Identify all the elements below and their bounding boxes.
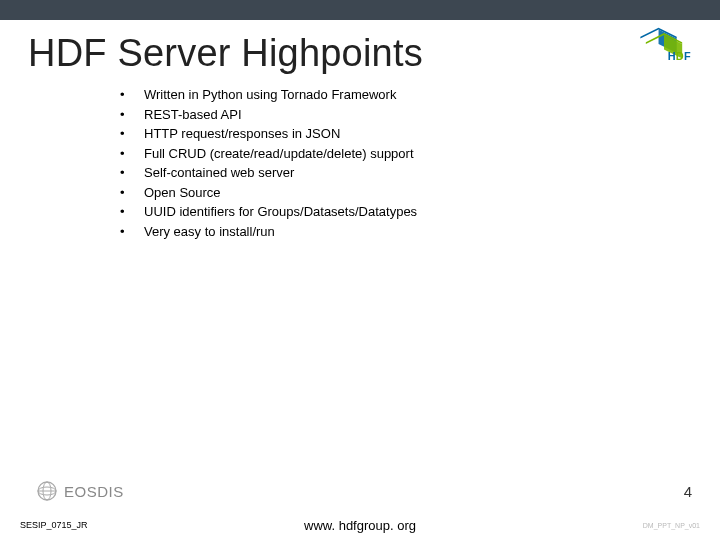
eosdis-label: EOSDIS xyxy=(64,483,124,500)
bullet-icon: • xyxy=(120,144,144,164)
list-item: •Self-contained web server xyxy=(120,163,720,183)
list-item-text: Written in Python using Tornado Framewor… xyxy=(144,85,396,105)
svg-text:F: F xyxy=(684,50,691,62)
list-item-text: Open Source xyxy=(144,183,221,203)
page-title: HDF Server Highpoints xyxy=(28,32,423,75)
dm-ref: DM_PPT_NP_v01 xyxy=(643,522,700,529)
sesip-code: SESIP_0715_JR xyxy=(20,520,88,530)
list-item-text: Full CRUD (create/read/update/delete) su… xyxy=(144,144,414,164)
bullet-list: •Written in Python using Tornado Framewo… xyxy=(120,85,720,241)
list-item: •UUID identifiers for Groups/Datasets/Da… xyxy=(120,202,720,222)
bullet-icon: • xyxy=(120,85,144,105)
list-item-text: REST-based API xyxy=(144,105,242,125)
list-item-text: Self-contained web server xyxy=(144,163,294,183)
page-number: 4 xyxy=(684,483,692,500)
bullet-icon: • xyxy=(120,163,144,183)
list-item-text: UUID identifiers for Groups/Datasets/Dat… xyxy=(144,202,417,222)
content-area: •Written in Python using Tornado Framewo… xyxy=(0,75,720,241)
header-row: HDF Server Highpoints H D F xyxy=(0,20,720,75)
list-item: •Very easy to install/run xyxy=(120,222,720,242)
website-url: www. hdfgroup. org xyxy=(304,518,416,533)
bullet-icon: • xyxy=(120,183,144,203)
slide: HDF Server Highpoints H D F •Written in … xyxy=(0,0,720,540)
list-item: •Open Source xyxy=(120,183,720,203)
list-item: •Written in Python using Tornado Framewo… xyxy=(120,85,720,105)
footer-row: EOSDIS 4 xyxy=(0,480,720,502)
bullet-icon: • xyxy=(120,202,144,222)
top-bar xyxy=(0,0,720,20)
list-item-text: HTTP request/responses in JSON xyxy=(144,124,340,144)
bottom-row: SESIP_0715_JR www. hdfgroup. org DM_PPT_… xyxy=(0,520,720,530)
svg-text:H: H xyxy=(668,50,676,62)
list-item: •REST-based API xyxy=(120,105,720,125)
list-item: •Full CRUD (create/read/update/delete) s… xyxy=(120,144,720,164)
eosdis-logo: EOSDIS xyxy=(36,480,124,502)
list-item: •HTTP request/responses in JSON xyxy=(120,124,720,144)
bullet-icon: • xyxy=(120,105,144,125)
list-item-text: Very easy to install/run xyxy=(144,222,275,242)
bullet-icon: • xyxy=(120,222,144,242)
globe-icon xyxy=(36,480,58,502)
bullet-icon: • xyxy=(120,124,144,144)
svg-text:D: D xyxy=(676,50,684,62)
hdf-logo: H D F xyxy=(636,24,692,68)
